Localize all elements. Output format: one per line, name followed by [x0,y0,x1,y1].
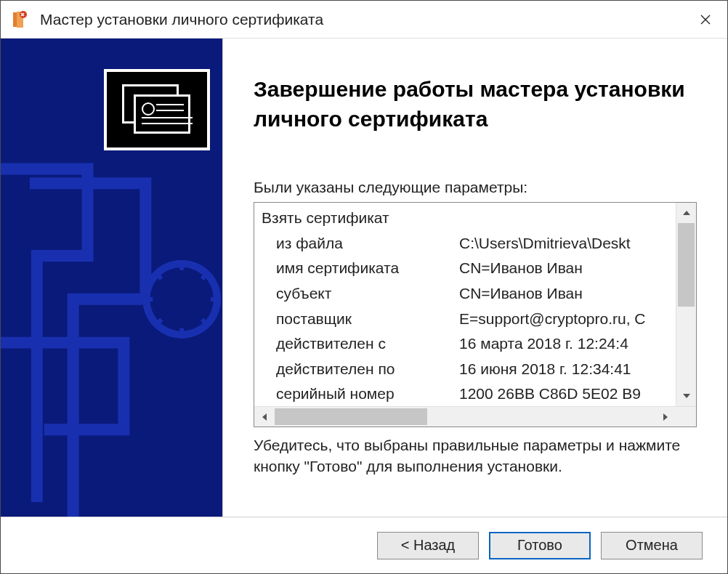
scroll-down-arrow[interactable] [676,386,696,406]
param-value: CN=Иванов Иван [459,256,583,281]
chevron-right-icon [663,413,668,421]
param-value: 16 июня 2018 г. 12:34:41 [459,357,631,382]
param-label: действителен по [262,357,459,382]
list-item: субъект CN=Иванов Иван [262,281,676,307]
list-item: действителен по 16 июня 2018 г. 12:34:41 [262,357,676,382]
scroll-corner [676,407,696,427]
param-label: имя сертификата [262,256,459,281]
scroll-left-arrow[interactable] [254,407,275,427]
param-label: из файла [262,231,459,256]
instruction-text: Убедитесь, что выбраны правильные параме… [254,434,697,477]
page-heading: Завершение работы мастера установки личн… [254,75,697,134]
parameters-label: Были указаны следующие параметры: [254,179,697,196]
listbox-viewport[interactable]: Взять сертификат из файла C:\Users\Dmitr… [254,203,676,406]
vscroll-thumb[interactable] [678,223,695,307]
param-value: C:\Users\Dmitrieva\Deskt [459,231,631,256]
list-section-header: Взять сертификат [262,206,676,231]
wizard-footer: < Назад Готово Отмена [1,517,727,573]
scroll-up-arrow[interactable] [676,203,696,223]
param-label: субъект [262,281,459,307]
hscroll-thumb[interactable] [275,408,427,425]
wizard-sidebar [1,39,223,517]
cancel-button[interactable]: Отмена [601,532,703,559]
vertical-scrollbar[interactable] [676,203,696,406]
chevron-down-icon [683,394,690,398]
scroll-right-arrow[interactable] [655,407,676,427]
list-item: действителен с 16 марта 2018 г. 12:24:4 [262,331,676,357]
list-item: поставщик E=support@cryptopro.ru, C [262,307,676,332]
titlebar: Мастер установки личного сертификата [1,1,727,39]
content-area: Завершение работы мастера установки личн… [1,39,727,517]
list-item: имя сертификата CN=Иванов Иван [262,256,676,281]
param-value: 1200 26BB C86D 5E02 B9 [459,381,641,406]
window-title: Мастер установки личного сертификата [40,11,689,28]
param-value: CN=Иванов Иван [459,281,583,307]
list-item: из файла C:\Users\Dmitrieva\Deskt [262,231,676,256]
chevron-up-icon [683,211,690,215]
param-value: 16 марта 2018 г. 12:24:4 [459,331,628,357]
vscroll-track[interactable] [676,223,696,386]
certificate-icon [104,69,210,150]
back-button[interactable]: < Назад [377,532,479,559]
horizontal-scrollbar[interactable] [254,406,696,427]
list-item: серийный номер 1200 26BB C86D 5E02 B9 [262,381,676,406]
hscroll-track[interactable] [275,407,655,427]
close-button[interactable] [689,4,721,36]
parameters-listbox: Взять сертификат из файла C:\Users\Dmitr… [254,202,697,427]
close-icon [700,15,711,25]
wizard-window: Мастер установки личного сертификата [0,0,728,574]
param-value: E=support@cryptopro.ru, C [459,307,646,332]
app-icon [11,10,30,29]
param-label: действителен с [262,331,459,357]
param-label: поставщик [262,307,459,332]
main-panel: Завершение работы мастера установки личн… [223,39,727,517]
param-label: серийный номер [262,381,459,406]
chevron-left-icon [262,413,267,421]
finish-button[interactable]: Готово [489,532,591,559]
